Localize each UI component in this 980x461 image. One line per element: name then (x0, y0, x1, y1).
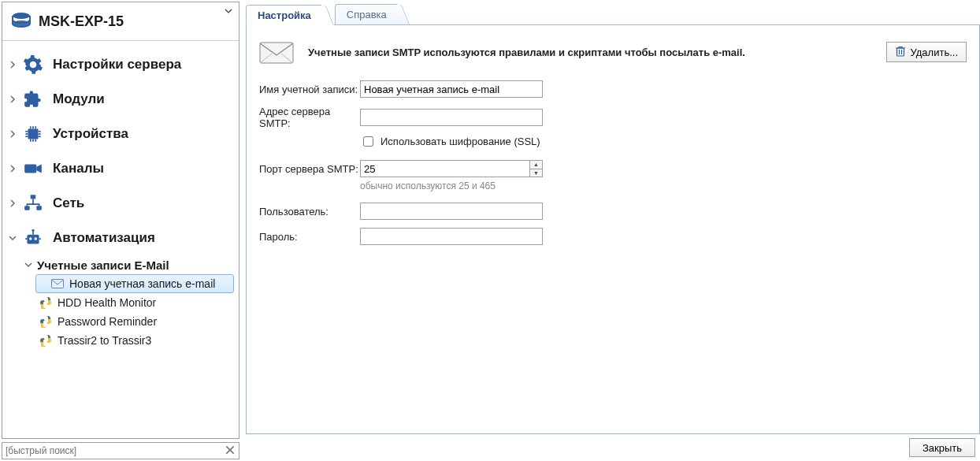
settings-panel: Учетные записи SMTP используются правила… (246, 25, 980, 434)
input-account-name[interactable] (360, 80, 543, 98)
nav-email-accounts-group[interactable]: Учетные записи E-Mail (2, 255, 239, 274)
svg-rect-19 (27, 235, 39, 244)
input-user[interactable] (360, 203, 543, 220)
svg-rect-28 (896, 48, 904, 56)
nav-network[interactable]: Сеть (2, 186, 239, 221)
spin-down-icon[interactable]: ▼ (529, 169, 542, 177)
puzzle-icon (21, 87, 45, 111)
quick-search-input[interactable] (2, 443, 239, 459)
svg-rect-26 (52, 280, 64, 288)
port-spinner[interactable]: ▲▼ (529, 161, 542, 177)
nav-label: Сеть (53, 195, 84, 211)
chevron-right-icon (7, 94, 18, 105)
divider (2, 40, 239, 41)
delete-button[interactable]: Удалить... (886, 42, 967, 62)
sidebar-tree: MSK-EXP-15 Настройки сервера Модули (2, 2, 239, 439)
svg-rect-18 (36, 206, 42, 210)
chevron-right-icon (7, 163, 18, 174)
database-icon (10, 12, 32, 31)
button-label: Удалить... (911, 46, 958, 58)
close-

[interactable]: Закрыть (909, 438, 975, 457)
nav-label: Каналы (53, 161, 104, 177)
camera-icon (21, 157, 45, 180)
chevron-right-icon (7, 59, 18, 70)
label-port: Порт сервера SMTP: (259, 163, 360, 175)
label-password: Пароль: (259, 231, 360, 243)
nav-label: Автоматизация (53, 230, 155, 246)
dropdown-icon (225, 6, 232, 13)
tab-bar: Настройка Справка (246, 0, 980, 25)
nav-label: Настройки сервера (53, 57, 181, 72)
svg-rect-27 (260, 43, 293, 63)
info-text: Учетные записи SMTP используются правила… (308, 46, 745, 58)
svg-rect-2 (28, 129, 39, 139)
robot-icon (21, 226, 45, 250)
nav-tree: Настройки сервера Модули Устройства Кана… (2, 44, 239, 353)
nav-script-trassir[interactable]: Trassir2 to Trassir3 (2, 331, 239, 350)
tab-settings[interactable]: Настройка (246, 5, 323, 25)
content-area: Настройка Справка Учетные записи SMTP ис… (241, 0, 980, 461)
envelope-icon (259, 39, 294, 65)
network-icon (21, 191, 45, 215)
nav-modules[interactable]: Модули (2, 82, 239, 117)
envelope-icon (50, 277, 65, 291)
nav-script-password[interactable]: Password Reminder (2, 312, 239, 331)
tab-label: Справка (347, 9, 387, 20)
chip-icon (21, 122, 45, 146)
nav-server-settings[interactable]: Настройки сервера (2, 47, 239, 82)
svg-rect-16 (31, 195, 36, 199)
footer: Закрыть (246, 434, 980, 461)
python-icon (39, 296, 53, 310)
label-ssl: Использовать шифрование (SSL) (380, 136, 540, 147)
chevron-right-icon (7, 198, 18, 209)
svg-point-0 (13, 13, 30, 19)
input-password[interactable] (360, 228, 543, 245)
nav-channels[interactable]: Каналы (2, 151, 239, 186)
group-label: Учетные записи E-Mail (37, 258, 169, 272)
chevron-down-icon (23, 259, 34, 270)
svg-point-23 (32, 229, 34, 232)
nav-automation[interactable]: Автоматизация (2, 221, 239, 255)
nav-devices[interactable]: Устройства (2, 117, 239, 151)
input-smtp-address[interactable] (360, 109, 543, 126)
server-selector[interactable]: MSK-EXP-15 (2, 2, 239, 40)
item-label: Новая учетная запись e-mail (69, 277, 215, 290)
nav-label: Модули (53, 91, 105, 107)
port-hint: обычно используются 25 и 465 (360, 180, 967, 191)
chevron-down-icon (7, 232, 18, 244)
server-name: MSK-EXP-15 (39, 13, 124, 30)
trash-icon (895, 45, 906, 60)
clear-icon[interactable] (225, 444, 236, 455)
nav-email-account-item[interactable]: Новая учетная запись e-mail (35, 274, 234, 293)
svg-rect-15 (24, 165, 36, 173)
label-account: Имя учетной записи: (259, 84, 360, 95)
svg-point-1 (13, 20, 30, 27)
spin-up-icon[interactable]: ▲ (529, 161, 542, 169)
python-icon (39, 314, 53, 329)
chevron-right-icon (7, 128, 18, 139)
smtp-form: Имя учетной записи: Адрес сервера SMTP: … (247, 65, 979, 245)
checkbox-ssl[interactable] (363, 136, 373, 147)
label-user: Пользователь: (259, 206, 360, 217)
item-label: Password Reminder (58, 315, 157, 328)
tab-help[interactable]: Справка (335, 4, 399, 24)
quick-search[interactable] (2, 442, 239, 459)
item-label: Trassir2 to Trassir3 (58, 334, 151, 347)
svg-point-20 (29, 237, 32, 240)
svg-point-21 (35, 237, 37, 240)
item-label: HDD Health Monitor (58, 296, 156, 309)
label-smtp: Адрес сервера SMTP: (259, 106, 360, 129)
svg-rect-17 (24, 206, 30, 210)
nav-script-hdd[interactable]: HDD Health Monitor (2, 293, 239, 312)
nav-label: Устройства (53, 126, 128, 142)
button-label: Закрыть (922, 442, 962, 454)
input-port[interactable] (360, 160, 543, 177)
tab-label: Настройка (258, 9, 311, 21)
sidebar: MSK-EXP-15 Настройки сервера Модули (0, 0, 241, 461)
gear-icon (21, 53, 45, 76)
python-icon (39, 333, 53, 348)
